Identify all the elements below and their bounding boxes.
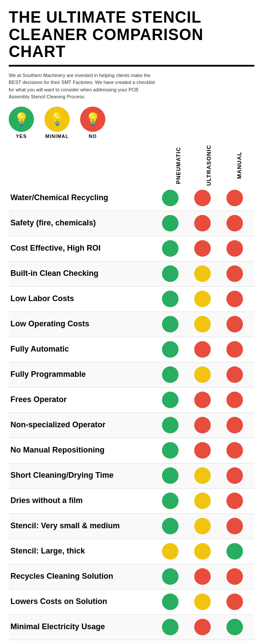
- table-row: Fully Automatic: [9, 337, 254, 362]
- dot-1: [194, 190, 211, 206]
- bulb-yes: 💡: [9, 107, 34, 132]
- intro-text: We at Southern Machinery are invested in…: [9, 72, 157, 101]
- dot-1: [194, 392, 211, 408]
- row-label: Stencil: Large, thick: [9, 547, 155, 556]
- bulb-minimal: 💡: [44, 107, 70, 132]
- legend-yes-label: YES: [16, 134, 27, 139]
- dot-2: [226, 442, 243, 459]
- row-label: Recycles Cleaning Solution: [9, 572, 155, 581]
- dot-1: [194, 215, 211, 231]
- dot-1: [194, 316, 211, 332]
- dot-0: [162, 417, 179, 433]
- table-row: Cost Effective, High ROI: [9, 236, 254, 262]
- dot-0: [162, 215, 179, 231]
- table-row: Low Operating Costs: [9, 312, 254, 337]
- column-header-row: PNEUMATIC ULTRASONIC MANUAL: [9, 146, 254, 185]
- legend: 💡 YES 💡 MINIMAL 💡 NO: [9, 107, 254, 139]
- dot-0: [162, 190, 179, 206]
- row-label: Dries without a film: [9, 496, 155, 506]
- dot-2: [226, 568, 243, 585]
- dot-0: [162, 392, 179, 408]
- dot-0: [162, 467, 179, 484]
- table-row: Stencil: Large, thick: [9, 539, 254, 564]
- divider: [9, 65, 254, 67]
- page: THE ULTIMATE STENCIL CLEANER COMPARISON …: [0, 0, 263, 644]
- dot-1: [194, 467, 211, 484]
- row-label: Built-in Clean Checking: [9, 269, 155, 278]
- dot-0: [162, 493, 179, 509]
- dot-1: [194, 543, 211, 560]
- row-label: Fully Programmable: [9, 370, 155, 379]
- table-row: Safety (fire, chemicals): [9, 211, 254, 236]
- dot-2: [226, 594, 243, 610]
- row-label: Lowers Costs on Solution: [9, 597, 155, 607]
- legend-no-label: NO: [89, 134, 97, 139]
- row-dots: [155, 316, 254, 332]
- dot-0: [162, 265, 179, 282]
- dot-0: [162, 366, 179, 383]
- row-dots: [155, 215, 254, 231]
- dot-1: [194, 291, 211, 307]
- dot-2: [226, 240, 243, 257]
- dot-2: [226, 417, 243, 433]
- row-label: Water/Chemical Recycling: [9, 193, 155, 203]
- row-dots: [155, 518, 254, 534]
- dot-2: [226, 366, 243, 383]
- table-row: Non-specialized Operator: [9, 413, 254, 438]
- dot-2: [226, 467, 243, 484]
- dot-0: [162, 568, 179, 585]
- dot-1: [194, 518, 211, 534]
- row-label: Short Cleaning/Drying Time: [9, 471, 155, 480]
- dot-2: [226, 215, 243, 231]
- dot-0: [162, 442, 179, 459]
- dot-0: [162, 543, 179, 560]
- legend-no: 💡 NO: [80, 107, 105, 139]
- dot-1: [194, 265, 211, 282]
- dot-0: [162, 518, 179, 534]
- table-row: Fully Programmable: [9, 362, 254, 388]
- row-dots: [155, 366, 254, 383]
- row-dots: [155, 543, 254, 560]
- dot-2: [226, 392, 243, 408]
- dot-2: [226, 543, 243, 560]
- col-header-pneumatic: PNEUMATIC: [163, 146, 193, 185]
- table-row: Dries without a film: [9, 489, 254, 514]
- row-dots: [155, 341, 254, 358]
- dot-2: [226, 518, 243, 534]
- row-label: Cost Effective, High ROI: [9, 244, 155, 253]
- row-label: Stencil: Very small & medium: [9, 521, 155, 531]
- row-label: Low Operating Costs: [9, 319, 155, 329]
- dot-2: [226, 341, 243, 358]
- row-label: Safety (fire, chemicals): [9, 218, 155, 228]
- dot-2: [226, 316, 243, 332]
- dot-2: [226, 493, 243, 509]
- dot-0: [162, 316, 179, 332]
- row-label: Low Labor Costs: [9, 294, 155, 304]
- dot-2: [226, 265, 243, 282]
- dot-1: [194, 240, 211, 257]
- col-header-ultrasonic: ULTRASONIC: [193, 146, 224, 185]
- comparison-table: Water/Chemical RecyclingSafety (fire, ch…: [9, 186, 254, 644]
- dot-0: [162, 291, 179, 307]
- page-title: THE ULTIMATE STENCIL CLEANER COMPARISON …: [9, 9, 254, 60]
- bulb-no: 💡: [80, 107, 105, 132]
- legend-minimal-label: MINIMAL: [45, 134, 69, 139]
- table-row: Low Cleaning Time: [9, 640, 254, 644]
- dot-1: [194, 366, 211, 383]
- legend-minimal: 💡 MINIMAL: [44, 107, 70, 139]
- dot-2: [226, 291, 243, 307]
- table-row: Frees Operator: [9, 388, 254, 413]
- row-dots: [155, 442, 254, 459]
- dot-1: [194, 594, 211, 610]
- row-label: Minimal Electricity Usage: [9, 622, 155, 632]
- table-row: Built-in Clean Checking: [9, 262, 254, 287]
- dot-0: [162, 594, 179, 610]
- row-dots: [155, 493, 254, 509]
- row-dots: [155, 190, 254, 206]
- dot-2: [226, 619, 243, 635]
- row-label: Fully Automatic: [9, 345, 155, 354]
- row-label: Non-specialized Operator: [9, 420, 155, 430]
- row-dots: [155, 594, 254, 610]
- table-row: Water/Chemical Recycling: [9, 186, 254, 211]
- dot-1: [194, 442, 211, 459]
